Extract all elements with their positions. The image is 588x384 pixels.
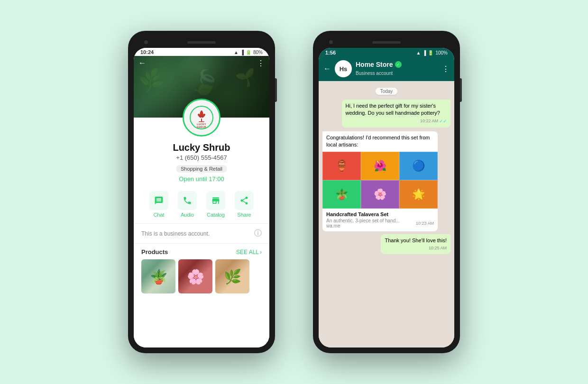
message-1-time: 10:22 AM ✓✓: [346, 118, 447, 125]
signal-icon: ▐: [240, 50, 244, 55]
chat-icon: [149, 191, 168, 210]
status-bar-2: 1:56 ▲ ▐ 🔋 100%: [319, 48, 454, 56]
chat-contact-name: Home Store: [356, 61, 393, 68]
share-button-label: Share: [237, 212, 251, 218]
wifi-icon: ▲: [234, 50, 239, 55]
battery-icon-2: 🔋: [428, 50, 433, 55]
svg-rect-7: [199, 121, 204, 122]
phone-top-bar-2: [319, 37, 454, 48]
business-hours: Open until 17:00: [179, 175, 224, 183]
chat-name-row: Home Store ✓: [356, 61, 438, 68]
product-card: Congratulations! I'd recommend this set …: [322, 131, 438, 231]
products-title: Products: [141, 248, 168, 256]
business-category: Shopping & Retail: [176, 165, 227, 173]
info-icon[interactable]: ⓘ: [254, 229, 262, 238]
date-badge: Today: [376, 88, 398, 95]
catalog-button-label: Catalog: [207, 212, 225, 218]
audio-action-button[interactable]: Audio: [178, 191, 197, 218]
product-card-title: Handcrafted Talavera Set: [326, 211, 434, 217]
message-3-sent: Thank you! She'll love this! 10:25 AM: [381, 234, 450, 254]
svg-text:SHRUB: SHRUB: [197, 126, 206, 128]
message-1-text: Hi, I need the perfect gift for my siste…: [346, 103, 440, 116]
svg-rect-6: [201, 119, 202, 121]
message-1-sent: Hi, I need the perfect gift for my siste…: [342, 100, 451, 128]
profile-header-image: ← ⋮ 🌿 🍃 🌱: [134, 56, 269, 118]
product-card-url: wa.me: [326, 223, 400, 229]
phone-business-profile: 10:24 ▲ ▐ 🔋 80% ← ⋮ 🌿 🍃 🌱: [128, 31, 275, 353]
share-action-button[interactable]: Share: [235, 191, 254, 218]
chat-body: Today Hi, I need the perfect gift for my…: [319, 81, 454, 347]
status-icons-1: ▲ ▐ 🔋 80%: [234, 50, 263, 55]
message-3-text: Thank you! She'll love this!: [385, 238, 447, 243]
phone-speaker-2: [372, 41, 401, 44]
chat-button-label: Chat: [153, 212, 164, 218]
product-thumb-2[interactable]: [178, 259, 212, 293]
products-section: Products SEE ALL ›: [134, 243, 269, 296]
chat-back-button[interactable]: ←: [323, 64, 331, 73]
chat-header: ← Hs Home Store ✓ Business account ⋮: [319, 56, 454, 81]
chat-action-button[interactable]: Chat: [149, 191, 168, 218]
product-thumb-3[interactable]: [215, 259, 249, 293]
action-buttons: Chat Audio Catalog: [145, 191, 258, 218]
share-icon: [235, 191, 254, 210]
product-thumbnails: [141, 259, 262, 293]
verified-badge: ✓: [395, 61, 402, 68]
phone-chat: 1:56 ▲ ▐ 🔋 100% ← Hs Home Store ✓: [313, 31, 460, 353]
signal-icon-2: ▐: [423, 50, 426, 55]
back-button-1[interactable]: ←: [138, 59, 146, 67]
chat-header-info: Home Store ✓ Business account: [356, 61, 438, 77]
products-header: Products SEE ALL ›: [141, 248, 262, 256]
product-card-description: An authentic, 3-piece set of hand...: [326, 218, 400, 223]
product-card-content: Handcrafted Talavera Set An authentic, 3…: [322, 209, 438, 231]
product-card-footer: An authentic, 3-piece set of hand... wa.…: [326, 217, 434, 229]
business-phone: +1 (650) 555-4567: [176, 154, 227, 161]
catalog-icon: [206, 191, 225, 210]
product-thumb-1[interactable]: [141, 259, 175, 293]
phone-inner-1: 10:24 ▲ ▐ 🔋 80% ← ⋮ 🌿 🍃 🌱: [134, 48, 269, 347]
phone-camera-1: [144, 40, 148, 44]
message-3-time: 10:25 AM: [385, 245, 447, 251]
phone-top-bar-1: [134, 37, 269, 48]
battery-percent-2: 100%: [435, 50, 448, 55]
message-2-text: Congratulations! I'd recommend this set …: [326, 135, 430, 147]
status-bar-1: 10:24 ▲ ▐ 🔋 80%: [134, 48, 269, 56]
phone-camera-2: [329, 40, 333, 44]
message-2-received: Congratulations! I'd recommend this set …: [322, 130, 438, 231]
see-all-button[interactable]: SEE ALL ›: [236, 249, 262, 256]
battery-percent-1: 80%: [253, 50, 263, 55]
phones-container: 10:24 ▲ ▐ 🔋 80% ← ⋮ 🌿 🍃 🌱: [128, 31, 460, 353]
audio-button-label: Audio: [181, 212, 194, 218]
date-divider: Today: [322, 88, 450, 95]
status-time-2: 1:56: [325, 50, 336, 55]
business-notice: This is a business account. ⓘ: [134, 223, 269, 243]
business-name: Lucky Shrub: [173, 142, 230, 153]
battery-icon: 🔋: [246, 50, 251, 55]
catalog-action-button[interactable]: Catalog: [206, 191, 225, 218]
logo-svg: LUCKY SHRUB: [188, 104, 215, 131]
message-1-bubble: Hi, I need the perfect gift for my siste…: [342, 100, 451, 128]
phone-speaker-1: [187, 41, 216, 44]
read-check-icon: ✓✓: [439, 118, 447, 125]
message-2-time: 10:23 AM: [416, 221, 434, 226]
message-3-bubble: Thank you! She'll love this! 10:25 AM: [381, 234, 450, 254]
chat-more-button[interactable]: ⋮: [442, 64, 450, 73]
audio-icon: [178, 191, 197, 210]
business-notice-text: This is a business account.: [141, 230, 210, 237]
profile-avatar-inner: LUCKY SHRUB: [185, 101, 218, 134]
status-icons-2: ▲ ▐ 🔋 100%: [416, 50, 448, 55]
wifi-icon-2: ▲: [416, 50, 421, 55]
chevron-right-icon: ›: [260, 249, 262, 256]
chat-contact-subtitle: Business account: [356, 71, 393, 76]
product-card-image: 🏺 🌺 🔵 🪴 🌸 🌟: [322, 152, 438, 209]
chat-avatar: Hs: [335, 60, 352, 77]
message-2-bubble: Congratulations! I'd recommend this set …: [322, 131, 438, 152]
status-time-1: 10:24: [140, 49, 154, 55]
more-button-1[interactable]: ⋮: [257, 59, 265, 68]
profile-avatar: LUCKY SHRUB: [183, 99, 220, 137]
phone-inner-2: 1:56 ▲ ▐ 🔋 100% ← Hs Home Store ✓: [319, 48, 454, 347]
profile-content: Lucky Shrub +1 (650) 555-4567 Shopping &…: [134, 118, 269, 347]
